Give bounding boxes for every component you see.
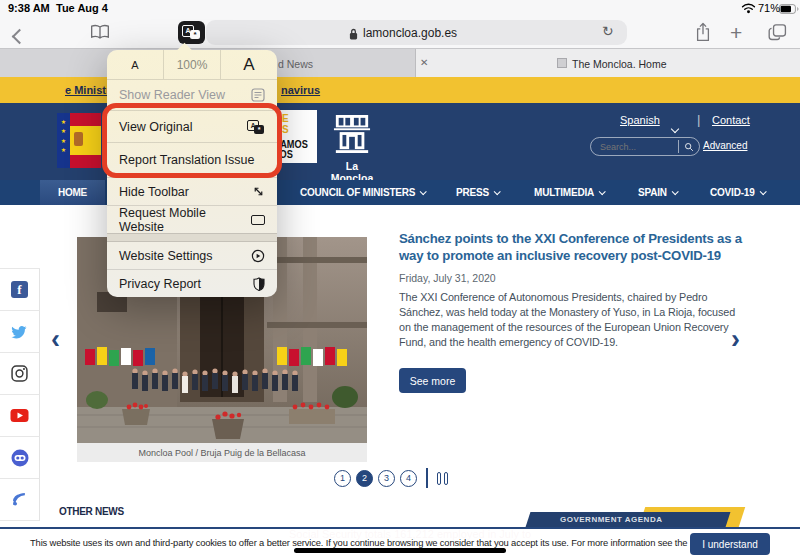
spain-eu-flag-logo: ★★★★: [57, 113, 101, 168]
see-more-button[interactable]: See more: [399, 368, 466, 393]
twitter-icon[interactable]: [0, 311, 40, 353]
translate-icon: A *: [247, 120, 265, 134]
shield-icon: [253, 277, 265, 291]
tabs-icon: [768, 23, 787, 41]
chevron-down-icon: [671, 188, 678, 195]
chevron-down-icon[interactable]: [672, 118, 678, 136]
menu-item-privacy-report[interactable]: Privacy Report: [107, 269, 277, 297]
page-settings-menu: A 100% A Show Reader View View Original …: [107, 50, 277, 297]
bookmarks-button[interactable]: [90, 24, 110, 44]
search-button[interactable]: [678, 140, 699, 153]
menu-item-view-original[interactable]: View Original A *: [107, 110, 277, 142]
article-title[interactable]: Sánchez points to the XXI Conference of …: [399, 231, 747, 265]
date: Tue Aug 4: [56, 2, 108, 14]
chevron-down-icon: [599, 188, 606, 195]
menu-item-hide-toolbar[interactable]: Hide Toolbar: [107, 177, 277, 205]
moncloa-logo[interactable]: La Moncloa: [333, 114, 380, 184]
home-indicator[interactable]: [294, 548, 506, 553]
agenda-label: GOVERNMENT AGENDA: [560, 515, 662, 524]
battery-percent: 71%: [758, 2, 780, 14]
nav-item-spain[interactable]: SPAIN: [638, 180, 677, 205]
rss-icon[interactable]: [0, 479, 40, 521]
photo-caption: Moncloa Pool / Bruja Puig de la Bellacas…: [77, 443, 367, 462]
search-box: [590, 137, 700, 156]
url-text: lamoncloa.gob.es: [363, 26, 457, 40]
translate-button[interactable]: A *: [178, 21, 205, 44]
youtube-icon[interactable]: [0, 395, 40, 437]
tab-active[interactable]: ✕ The Moncloa. Home: [415, 49, 800, 78]
banner-link-fragment-right[interactable]: navirus: [281, 84, 320, 96]
chevron-down-icon: [759, 188, 766, 195]
other-news-heading: OTHER NEWS: [59, 506, 124, 517]
browser-chrome: 9:38 AM Tue Aug 4 71% A * lamoncloa.gob.…: [0, 0, 800, 49]
facebook-icon[interactable]: f: [0, 269, 40, 311]
advanced-search-link[interactable]: Advanced: [703, 140, 747, 151]
cookie-banner: This website uses its own and third-part…: [0, 527, 800, 559]
font-larger-button[interactable]: A: [220, 50, 277, 79]
article-body: The XXI Conference of Autonomous Preside…: [399, 290, 739, 350]
menu-item-show-reader-view[interactable]: Show Reader View: [107, 79, 277, 110]
chevron-down-icon: [420, 188, 427, 195]
language-selector[interactable]: Spanish: [620, 114, 660, 126]
font-size-row: A 100% A: [107, 50, 277, 79]
resize-diagonal-icon: [252, 185, 265, 198]
tabs-button[interactable]: [768, 23, 787, 45]
pause-button[interactable]: [437, 472, 448, 485]
article-date: Friday, July 31, 2020: [399, 272, 496, 284]
carousel-prev-arrow[interactable]: ‹: [51, 326, 60, 353]
menu-item-report-translation-issue[interactable]: Report Translation Issue: [107, 142, 277, 176]
tab-title: d News: [278, 58, 313, 70]
page-dot-4[interactable]: 4: [400, 470, 417, 487]
page-dot-1[interactable]: 1: [334, 470, 351, 487]
rectangle-icon: [251, 215, 265, 225]
page-dot-2-active[interactable]: 2: [356, 470, 373, 487]
clock: 9:38 AM: [8, 2, 50, 14]
chevron-down-icon: [494, 188, 501, 195]
tab-favicon: [557, 58, 567, 68]
share-button[interactable]: [695, 22, 711, 46]
carousel-pagination: 1 2 3 4: [334, 468, 448, 488]
book-icon: [90, 24, 110, 40]
url-bar[interactable]: lamoncloa.gob.es ↻: [206, 20, 627, 45]
reader-icon: [251, 88, 265, 102]
font-size-value: 100%: [164, 50, 220, 79]
tab-title: The Moncloa. Home: [572, 58, 667, 70]
contact-link[interactable]: Contact: [712, 114, 750, 126]
search-input[interactable]: [591, 142, 678, 152]
nav-item-multimedia[interactable]: MULTIMEDIA: [534, 180, 604, 205]
nav-item-council-of-ministers[interactable]: COUNCIL OF MINISTERS: [300, 180, 425, 205]
reload-icon[interactable]: ↻: [602, 23, 614, 39]
flickr-icon[interactable]: [0, 437, 40, 479]
menu-item-request-mobile-website[interactable]: Request Mobile Website: [107, 205, 277, 233]
nav-item-press[interactable]: PRESS: [456, 180, 499, 205]
screen: 9:38 AM Tue Aug 4 71% A * lamoncloa.gob.…: [0, 0, 800, 559]
new-tab-button[interactable]: +: [730, 21, 742, 45]
lock-icon: [349, 26, 358, 44]
campaign-logo: E S AMOS OS: [270, 110, 317, 163]
battery-icon: [779, 4, 799, 16]
status-bar: 9:38 AM Tue Aug 4 71%: [0, 2, 800, 16]
cookie-accept-button[interactable]: I understand: [690, 533, 770, 555]
page-dot-3[interactable]: 3: [378, 470, 395, 487]
instagram-icon[interactable]: [0, 353, 40, 395]
nav-item-covid19[interactable]: COVID-19: [710, 180, 765, 205]
wifi-icon: [741, 3, 756, 16]
font-smaller-button[interactable]: A: [107, 50, 164, 79]
cookie-text: This website uses its own and third-part…: [30, 537, 757, 548]
close-tab-icon[interactable]: ✕: [420, 57, 428, 68]
social-sidebar: f: [0, 268, 40, 521]
menu-item-website-settings[interactable]: Website Settings: [107, 241, 277, 269]
search-icon: [684, 142, 694, 152]
settings-icon: [251, 249, 265, 263]
back-button[interactable]: [14, 28, 25, 46]
share-icon: [695, 22, 711, 42]
nav-item-home[interactable]: HOME: [40, 180, 105, 205]
moncloa-building-icon: [333, 114, 371, 154]
